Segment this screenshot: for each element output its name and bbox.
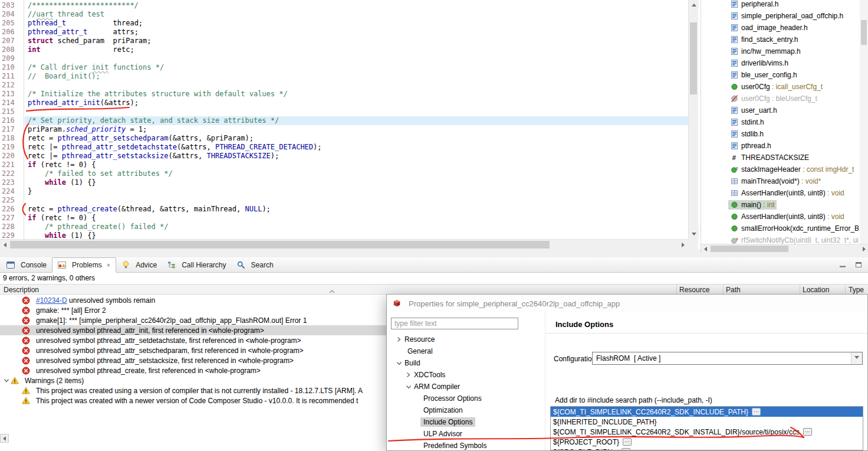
column-header-path[interactable]: Path [726,286,741,294]
outline-item[interactable]: ble_user_config.h [701,69,860,81]
column-divider[interactable] [676,285,677,294]
scrollbar-thumb[interactable] [690,22,697,94]
function-icon [730,213,738,221]
code-area[interactable]: /************************///uart thread … [25,0,688,239]
outline-item[interactable]: find_stack_entry.h [701,34,860,45]
outline-item[interactable]: oad_image_header.h [701,22,860,34]
tab-search[interactable]: Search [232,257,279,272]
outline-item[interactable]: pthread.h [701,140,860,152]
tab-problems[interactable]: Problems × [52,257,116,273]
outline-item[interactable]: user0Cfg : icall_userCfg_t [701,81,860,93]
column-divider[interactable] [723,285,724,294]
outline-item[interactable]: simple_peripheral_oad_offchip.h [701,10,860,22]
tab-advice[interactable]: Advice [116,257,162,272]
scroll-down-arrow-icon[interactable] [689,229,699,239]
outline-item[interactable]: inc/hw_memmap.h [701,45,860,57]
outline-item[interactable]: AssertHandler(uint8, uint8) : void [701,211,860,223]
scroll-right-arrow-icon[interactable] [860,244,868,253]
minimize-view-icon[interactable] [839,262,847,268]
close-icon[interactable]: × [107,262,110,269]
outline-item[interactable]: AssertHandler(uint8, uint8) : void [701,187,860,199]
line-number: 208 [2,45,24,54]
tab-console[interactable]: Console [1,257,52,272]
outline-item[interactable]: mainThread(void*) : void* [701,175,860,187]
outline-item[interactable]: user_uart.h [701,104,860,116]
outline-item[interactable]: stdlib.h [701,128,860,140]
outline-item[interactable]: peripheral.h [701,0,860,10]
scrollbar-thumb[interactable] [711,246,788,252]
tab-call-hierarchy[interactable]: Call Hierarchy [162,257,231,272]
outline-item[interactable]: driverlib/vims.h [701,57,860,69]
outline-vertical-scrollbar[interactable] [860,0,868,244]
editor-horizontal-scrollbar[interactable] [0,239,688,249]
error-icon [22,347,30,355]
search-icon [237,261,245,269]
line-number: 211 [2,72,24,81]
line-number: 210 [2,63,24,72]
tree-item-xdctools[interactable]: XDCTools [387,369,544,381]
browse-button[interactable]: ··· [752,408,761,416]
include-path-row[interactable]: ${SRC_BLE_DIR}/...··· [551,447,863,450]
browse-button[interactable]: ··· [622,448,630,450]
include-path-row[interactable]: ${COM_TI_SIMPLELINK_CC2640R2_SDK_INCLUDE… [551,407,863,417]
scrollbar-thumb[interactable] [861,20,867,45]
scroll-left-arrow-icon[interactable] [0,240,10,250]
expand-arrow-icon[interactable] [4,378,11,383]
include-path-row[interactable]: ${PROJECT_ROOT}··· [551,437,863,447]
scroll-up-arrow-icon[interactable] [689,0,699,10]
outline-item[interactable]: smallErrorHook(xdc_runtime_Error_B [701,223,860,234]
chevron-down-icon[interactable] [396,361,402,366]
line-number: 221 [2,161,24,169]
editor-vertical-scrollbar[interactable] [688,0,698,239]
configuration-dropdown[interactable]: FlashROM [ Active ] [592,352,863,365]
browse-button[interactable]: ··· [803,428,812,436]
column-header-location[interactable]: Location [803,286,829,294]
problems-table-header[interactable]: Description Resource Path Location Type [0,284,868,295]
tree-item-optimization[interactable]: Optimization [387,404,544,416]
dialog-titlebar[interactable]: Properties for simple_peripheral_cc2640r… [387,295,867,312]
column-header-type[interactable]: Type [849,286,864,294]
tab-label: Call Hierarchy [182,261,226,269]
browse-button[interactable]: ··· [623,438,632,446]
line-number: 213 [2,90,24,99]
outline-item[interactable]: main() : int [701,199,860,211]
scroll-right-arrow-icon[interactable] [678,240,688,250]
problem-description: unresolved symbol pthread_attr_init, fir… [36,326,264,335]
outline-item[interactable]: srfSwitchNotifyCb(uint8_t, uint32_t*, ui [701,234,860,244]
tree-item-resource[interactable]: Resource [387,334,544,345]
tree-item-processor-options[interactable]: Processor Options [387,393,544,404]
code-line: retc |= pthread_attr_setdetachstate(&att… [25,143,688,152]
scroll-left-arrow-icon[interactable] [701,244,710,253]
problem-link[interactable]: #10234-D [36,296,67,305]
include-path-row[interactable]: ${COM_TI_SIMPLELINK_CC2640R2_SDK_INSTALL… [551,427,863,437]
tree-item-include-options[interactable]: Include Options [387,416,544,428]
outline-item[interactable]: stdint.h [701,116,860,128]
tree-item-predefined-symbols[interactable]: Predefined Symbols [387,440,544,450]
chevron-down-icon[interactable] [851,352,862,364]
function-static-icon: s [730,236,738,244]
outline-horizontal-scrollbar[interactable] [701,244,868,253]
column-header-resource[interactable]: Resource [679,286,709,294]
problem-description: This project was created using a version… [36,387,363,395]
tree-item-arm-compiler[interactable]: ARM Compiler [387,381,544,393]
code-line: retc |= pthread_attr_setstacksize(&attrs… [25,152,688,161]
outline-item[interactable]: #THREADSTACKSIZE [701,152,860,164]
outline-item[interactable]: user0Cfg : bleUserCfg_t [701,93,860,104]
problems-horizontal-scrollbar[interactable] [0,434,9,443]
code-editor[interactable]: 2032042052062072082092102112122132142152… [0,0,698,249]
include-path-row[interactable]: ${INHERITED_INCLUDE_PATH} [551,417,863,427]
tree-item-build[interactable]: Build [387,357,544,369]
maximize-view-icon[interactable] [854,262,863,268]
column-divider[interactable] [845,285,846,294]
column-divider[interactable] [800,285,800,294]
outline-item[interactable]: cstackImageHeader : const imgHdr_t [701,164,860,175]
column-header-description[interactable]: Description [4,286,39,294]
tree-item-general[interactable]: General [387,345,544,357]
scrollbar-thumb[interactable] [10,241,550,249]
filter-input[interactable] [391,318,518,329]
chevron-right-icon[interactable] [405,372,412,378]
chevron-down-icon[interactable] [405,384,412,390]
chevron-right-icon[interactable] [396,336,402,342]
tree-item-ulp-advisor[interactable]: ULP Advisor [387,428,544,440]
sash[interactable] [0,253,868,257]
